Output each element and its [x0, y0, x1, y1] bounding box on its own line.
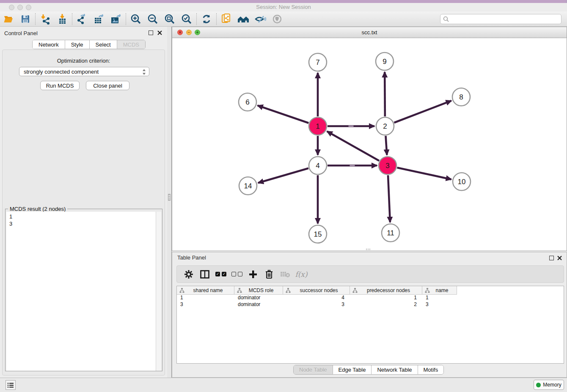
magnifier-fit-glyph: [164, 14, 175, 25]
optimization-criterion-select[interactable]: strongly connected component: [19, 67, 149, 76]
visibility-disabled-icon: [269, 12, 286, 26]
table-panel: Table Panel ✓✓: [172, 252, 567, 378]
table-toolbar: ✓✓: [176, 265, 564, 283]
add-column-icon[interactable]: [245, 268, 261, 281]
float-table-panel-icon[interactable]: [549, 256, 554, 260]
task-history-button[interactable]: [6, 380, 16, 390]
node-label-11: 11: [387, 229, 394, 237]
export-image-icon[interactable]: [107, 12, 124, 26]
tab-node-table[interactable]: Node Table: [294, 365, 333, 374]
optimization-criterion-label: Optimization criterion:: [0, 58, 167, 64]
tab-mcds[interactable]: MCDS: [117, 40, 145, 49]
edge-3-1[interactable]: [327, 131, 379, 160]
optimization-criterion-value: strongly connected component: [24, 69, 99, 75]
magnifier-plus-glyph: [130, 14, 141, 25]
delete-column-icon[interactable]: [261, 268, 277, 281]
tab-edge-table[interactable]: Edge Table: [333, 365, 372, 374]
column-label: MCDS role: [244, 287, 283, 293]
tab-network[interactable]: Network: [33, 40, 65, 49]
column-header-successor-nodes[interactable]: successor nodes: [283, 286, 350, 295]
tab-select[interactable]: Select: [90, 40, 117, 49]
node-label-6: 6: [245, 98, 249, 106]
save-session-icon[interactable]: [17, 12, 34, 26]
import-network-icon[interactable]: [37, 12, 54, 26]
zoom-window-button[interactable]: [26, 5, 31, 10]
node-table[interactable]: shared nameMCDS rolesuccessor nodesprede…: [176, 286, 564, 364]
network-minimize-button[interactable]: −: [186, 30, 192, 35]
edge-label-mark: [350, 165, 355, 166]
mcds-result-list[interactable]: 1 3: [6, 212, 157, 371]
search-input[interactable]: [449, 15, 561, 23]
edge-3-11[interactable]: [388, 175, 390, 222]
table-settings-icon[interactable]: [181, 268, 197, 281]
tab-network-table[interactable]: Network Table: [372, 365, 418, 374]
toolbar-separator: [35, 13, 36, 25]
column-header-predecessor-nodes[interactable]: predecessor nodes: [350, 286, 422, 295]
network-window-titlebar[interactable]: × − + scc.txt: [172, 27, 567, 38]
network-graph-canvas[interactable]: 7968124314101511: [172, 38, 567, 251]
search-field[interactable]: [440, 14, 561, 24]
close-panel-icon[interactable]: [157, 30, 162, 35]
column-label: name: [432, 287, 457, 293]
network-maximize-button[interactable]: +: [195, 30, 200, 35]
edge-1-6[interactable]: [258, 105, 309, 123]
show-hide-details-icon[interactable]: [252, 12, 269, 26]
import-table-icon[interactable]: [54, 12, 71, 26]
edge-label-mark: [349, 126, 354, 127]
refresh-glyph: [201, 14, 212, 25]
column-label: predecessor nodes: [359, 287, 422, 293]
zoom-fit-icon[interactable]: [161, 12, 178, 26]
export-table-icon[interactable]: [91, 12, 107, 26]
close-table-panel-icon[interactable]: [557, 256, 562, 260]
zoom-out-icon[interactable]: [144, 12, 161, 26]
control-panel: Control Panel NetworkStyleSelectMCDS Opt…: [0, 27, 167, 378]
minimize-window-button[interactable]: [17, 5, 23, 10]
run-mcds-button[interactable]: Run MCDS: [40, 81, 80, 90]
tab-style[interactable]: Style: [65, 40, 90, 49]
canvas-grip[interactable]: [366, 248, 371, 250]
zoom-in-icon[interactable]: [127, 12, 144, 26]
export-network-glyph: [77, 14, 88, 25]
close-panel-button[interactable]: Close panel: [86, 81, 129, 90]
edge-4-14[interactable]: [258, 168, 308, 183]
table-row[interactable]: 3dominator323: [177, 301, 564, 308]
edge-3-10[interactable]: [397, 168, 451, 179]
gear-icon: [184, 270, 193, 279]
table-row[interactable]: 1dominator411: [177, 295, 564, 301]
column-header-MCDS-role[interactable]: MCDS role: [234, 286, 283, 295]
tab-motifs[interactable]: Motifs: [418, 365, 444, 374]
open-session-icon[interactable]: [0, 12, 17, 26]
houses-glyph: [237, 14, 250, 24]
export-network-icon[interactable]: [74, 12, 91, 26]
close-window-button[interactable]: [9, 5, 14, 10]
network-close-button[interactable]: ×: [177, 30, 183, 35]
memory-button[interactable]: Memory: [534, 380, 564, 390]
edge-2-3[interactable]: [385, 136, 387, 155]
zoom-selected-icon[interactable]: [178, 12, 195, 26]
document-share-glyph: [220, 13, 232, 25]
node-label-1: 1: [316, 122, 319, 130]
node-label-14: 14: [244, 182, 252, 190]
panel-divider[interactable]: [167, 27, 172, 378]
refresh-layout-icon[interactable]: [198, 12, 215, 26]
divider-grip[interactable]: [168, 194, 171, 201]
home-networks-icon[interactable]: [235, 12, 252, 26]
table-cell: dominator: [234, 301, 283, 308]
hide-all-columns-icon[interactable]: [229, 268, 245, 281]
table-cell: 3: [177, 301, 234, 308]
table-body: 1dominator4113dominator323: [177, 295, 564, 308]
function-builder-icon-disabled: f(x): [293, 268, 309, 281]
column-view-icon[interactable]: [197, 268, 213, 281]
mcds-result-group: MCDS result (2 nodes) 1 3: [5, 209, 162, 371]
edge-2-9[interactable]: [385, 72, 385, 116]
column-header-shared-name[interactable]: shared name: [177, 286, 234, 295]
desktop-background-strip: [0, 0, 567, 3]
float-panel-icon[interactable]: [149, 30, 153, 35]
result-scrollbar[interactable]: [156, 212, 161, 371]
show-all-columns-icon[interactable]: ✓✓: [213, 268, 229, 281]
eye-slash-glyph: [254, 14, 266, 24]
clone-network-icon[interactable]: [218, 12, 235, 26]
fx-glyph: f(x): [295, 270, 307, 279]
edge-2-8[interactable]: [394, 101, 451, 123]
column-header-name[interactable]: name: [422, 286, 457, 295]
